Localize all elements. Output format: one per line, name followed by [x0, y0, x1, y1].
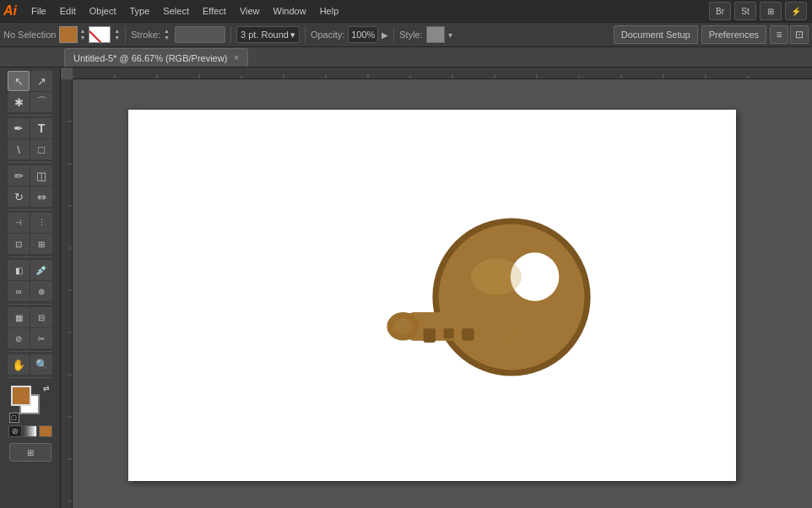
gradient-tool[interactable]: ◧ [8, 260, 30, 280]
ruler-left [61, 79, 73, 508]
direct-select-tool[interactable]: ↗ [30, 71, 52, 91]
document-setup-button[interactable]: Document Setup [614, 25, 698, 44]
arrange-icon-1[interactable]: ≡ [770, 25, 788, 44]
default-colors-icon[interactable]: □ [9, 413, 19, 423]
arrange-icon-2[interactable]: ⊡ [790, 25, 809, 44]
sync-icon-btn[interactable]: ⚡ [785, 2, 807, 20]
rotate-tool[interactable]: ↻ [8, 186, 30, 207]
bridge-icon-btn[interactable]: Br [709, 2, 731, 20]
fill-arrow-up[interactable]: ▲ [79, 28, 85, 35]
free-transform-tool[interactable]: ⊡ [8, 234, 30, 254]
pencil-tool[interactable]: ✏ [8, 165, 30, 186]
svg-point-40 [393, 318, 414, 334]
tool-sep-2 [9, 162, 51, 163]
tool-sep-1 [9, 115, 51, 116]
graph-tool[interactable]: ▦ [8, 307, 30, 327]
document-tab[interactable]: Untitled-5* @ 66.67% (RGB/Preview) × [64, 48, 248, 67]
tool-sep-3 [9, 209, 51, 210]
menu-object[interactable]: Object [84, 3, 122, 19]
artboard [128, 110, 736, 481]
key-illustration [314, 211, 618, 464]
tool-row-13: ✋ 🔍 [8, 354, 52, 375]
symbol-spray-tool[interactable]: ⊕ [30, 281, 52, 301]
stroke-color-indicator[interactable] [89, 26, 111, 43]
stroke-val-up[interactable]: ▲ [164, 28, 170, 35]
menu-bar: Ai File Edit Object Type Select Effect V… [0, 0, 812, 22]
menu-help[interactable]: Help [314, 3, 345, 19]
tool-row-11: ▦ ⊟ [8, 307, 52, 327]
svg-rect-36 [444, 328, 454, 338]
menu-effect[interactable]: Effect [197, 3, 232, 19]
svg-rect-0 [73, 68, 812, 79]
opacity-expand[interactable]: ▶ [382, 30, 388, 40]
tool-row-8: ⊡ ⊞ [8, 234, 52, 254]
zoom-tool[interactable]: 🔍 [30, 354, 52, 375]
rectangle-tool[interactable]: □ [30, 139, 52, 159]
tool-row-10: ∞ ⊕ [8, 281, 52, 301]
preferences-button[interactable]: Preferences [701, 25, 766, 44]
select-tool[interactable]: ↖ [8, 71, 30, 91]
stroke-arrow-down[interactable]: ▼ [114, 35, 120, 41]
line-tool[interactable]: \ [8, 139, 30, 159]
tool-sep-4 [9, 257, 51, 257]
style-label: Style: [399, 30, 423, 40]
scale-tool[interactable]: ⇔ [30, 186, 52, 207]
stroke-preview [175, 26, 225, 43]
fill-color-box[interactable] [59, 26, 78, 43]
app-logo: Ai [3, 3, 17, 19]
artboard-tool[interactable]: ⊟ [30, 307, 52, 327]
options-toolbar: No Selection ▲ ▼ ▲ ▼ Stroke: ▲ ▼ 3 pt. R… [0, 22, 812, 47]
blend-tool[interactable]: ∞ [8, 281, 30, 301]
fill-swatch[interactable] [11, 386, 31, 406]
shape-builder-tool[interactable]: ⊞ [30, 234, 52, 254]
opacity-input[interactable] [348, 26, 378, 43]
menu-edit[interactable]: Edit [54, 3, 82, 19]
svg-point-38 [471, 258, 522, 295]
tool-sep-7 [9, 377, 51, 378]
menu-select[interactable]: Select [157, 3, 195, 19]
fill-arrow-down[interactable]: ▼ [79, 35, 85, 41]
gradient-color-btn[interactable] [24, 425, 37, 437]
swap-colors-icon[interactable]: ⇄ [41, 384, 51, 394]
artboard-layer-btn: ⊞ [9, 443, 51, 462]
style-expand[interactable]: ▾ [448, 30, 452, 40]
tool-sep-5 [9, 304, 51, 305]
tool-row-4: \ □ [8, 139, 52, 159]
grid-icon-btn[interactable]: ⊞ [760, 2, 782, 20]
eyedropper-tool[interactable]: 💉 [30, 260, 52, 280]
magic-wand-tool[interactable]: ✱ [8, 92, 30, 112]
menu-window[interactable]: Window [268, 3, 312, 19]
stock-icon-btn[interactable]: St [734, 2, 756, 20]
width-tool[interactable]: ⊣ [8, 213, 30, 233]
layer-icon[interactable]: ⊞ [9, 443, 51, 462]
tool-row-1: ↖ ↗ [8, 71, 52, 91]
none-color-btn[interactable]: ⊘ [8, 425, 22, 437]
svg-rect-34 [403, 312, 515, 341]
canvas-area [61, 68, 812, 508]
tab-close-btn[interactable]: × [234, 53, 239, 62]
stroke-arrow-up[interactable]: ▲ [114, 28, 120, 35]
divider-1 [125, 26, 126, 43]
color-swatch-area: ⇄ □ [8, 384, 53, 423]
divider-4 [393, 26, 394, 43]
slice-tool[interactable]: ⊘ [8, 328, 30, 349]
warp-tool[interactable]: ⋮ [30, 213, 52, 233]
color-mode-row: ⊘ [8, 425, 52, 437]
stroke-label: Stroke: [131, 30, 160, 40]
hand-tool[interactable]: ✋ [8, 354, 30, 375]
tool-row-12: ⊘ ✂ [8, 328, 52, 349]
eraser-tool[interactable]: ◫ [30, 165, 52, 186]
stroke-style-select[interactable]: 3 pt. Round ▾ [236, 26, 300, 43]
scissors-tool[interactable]: ✂ [30, 328, 52, 349]
pen-tool[interactable]: ✒ [8, 118, 30, 138]
menu-file[interactable]: File [25, 3, 52, 19]
menu-type[interactable]: Type [124, 3, 156, 19]
stroke-val-down[interactable]: ▼ [164, 35, 170, 41]
menu-view[interactable]: View [234, 3, 266, 19]
lasso-tool[interactable]: ⌒ [30, 92, 52, 112]
style-box[interactable] [426, 26, 445, 43]
tool-sep-6 [9, 351, 51, 352]
ruler-top [73, 68, 812, 79]
solid-color-btn[interactable] [39, 425, 52, 437]
type-tool[interactable]: T [30, 118, 52, 138]
